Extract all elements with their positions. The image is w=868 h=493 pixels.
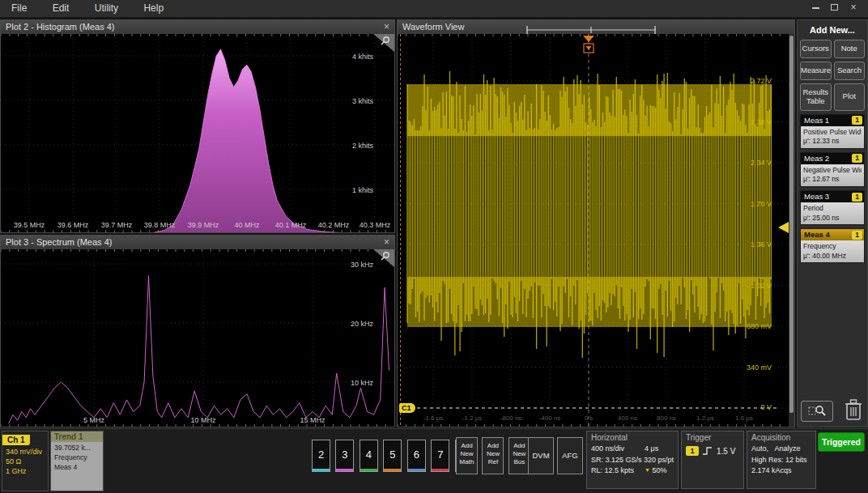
channel-5-button[interactable]: 5 <box>383 440 402 472</box>
menu-utility[interactable]: Utility <box>95 0 118 14</box>
zoom-tool-button[interactable] <box>801 401 833 422</box>
wave-v-label: 340 mV <box>747 363 772 372</box>
channel-7-number: 7 <box>437 448 443 461</box>
spec-y-tick: 30 kHz <box>351 261 373 269</box>
histogram-close-icon[interactable]: × <box>384 20 389 34</box>
menu-file[interactable]: File <box>11 0 27 14</box>
horizontal-position: ▼ 50% <box>645 465 666 477</box>
wave-t-label: -400 ns <box>539 414 561 422</box>
trigger-panel[interactable]: Trigger 1 1.5 V <box>681 431 744 489</box>
triggered-status-button[interactable]: Triggered <box>818 432 865 452</box>
plot-button[interactable]: Plot <box>834 83 866 111</box>
channel-1-bandwidth: 1 GHz <box>2 465 48 475</box>
channel-6-button[interactable]: 6 <box>407 440 426 472</box>
meas-4-card[interactable]: Meas 4 1 Frequency μ': 40.00 MHz <box>800 228 865 263</box>
wave-t-label: 800 ns <box>657 414 676 422</box>
spec-x-tick: 15 MHz <box>300 416 325 424</box>
waveform-chart <box>398 34 789 427</box>
channel-4-button[interactable]: 4 <box>360 440 378 472</box>
acquisition-panel[interactable]: Acquisition Auto, Analyze High Res: 12 b… <box>747 431 816 489</box>
meas-1-card[interactable]: Meas 1 1 Positive Pulse Width μ': 12.33 … <box>800 114 865 149</box>
horizontal-panel[interactable]: Horizontal 400 ns/div4 μs SR: 3.125 GS/s… <box>586 431 679 489</box>
add-new-buttons: Add New Math Add New Ref Add New Bus <box>456 437 531 474</box>
horizontal-scale: 400 ns/div <box>591 444 645 455</box>
spectrum-plot-area[interactable]: 5 MHz 10 MHz 15 MHz 30 kHz 20 kHz 10 kHz <box>1 249 394 427</box>
meas-3-label: Period <box>803 204 862 214</box>
channel-2-button[interactable]: 2 <box>312 440 330 472</box>
menu-edit[interactable]: Edit <box>53 0 70 14</box>
meas-3-value: μ': 25.00 ns <box>803 214 862 223</box>
waveform-title-bar[interactable]: Waveform View <box>398 20 794 34</box>
channel-1-scale: 340 mV/div <box>2 446 48 456</box>
add-new-bus-button[interactable]: Add New Bus <box>508 437 530 474</box>
acq-count: 2.174 kAcqs <box>751 465 811 477</box>
meas-2-label: Negative Pulse Width <box>803 166 862 176</box>
wave-t-label: -800 ns <box>500 414 522 422</box>
channel-3-button[interactable]: 3 <box>335 440 354 472</box>
channel-1-badge[interactable]: Ch 1 340 mV/div 50 Ω 1 GHz <box>2 431 49 491</box>
histogram-title-bar[interactable]: Plot 2 - Histogram (Meas 4) × <box>1 20 394 34</box>
minimize-button[interactable] <box>807 2 823 15</box>
waveform-view-panel: Waveform View 2.72 V 2.38 V 2.04 V 1.70 … <box>397 19 795 427</box>
meas-4-name: Meas 4 <box>804 230 830 239</box>
note-button[interactable]: Note <box>834 40 866 58</box>
meas-1-name: Meas 1 <box>804 116 829 125</box>
window-close-button[interactable]: × <box>845 2 862 15</box>
meas-3-card[interactable]: Meas 3 1 Period μ': 25.00 ns <box>800 190 865 225</box>
spectrum-zoom-corner-icon[interactable] <box>373 249 394 267</box>
waveform-vertical-scrollbar[interactable] <box>789 34 794 427</box>
trigger-position-arrow-icon <box>583 36 594 42</box>
channel-7-button[interactable]: 7 <box>431 440 449 472</box>
meas-3-name: Meas 3 <box>804 192 829 201</box>
hist-x-tick: 40 MHz <box>234 221 259 229</box>
histogram-plot-panel: Plot 2 - Histogram (Meas 4) × 39.5 MHz 3… <box>0 19 395 233</box>
spec-x-tick: 10 MHz <box>190 416 215 424</box>
position-marker-icon: ▼ <box>645 467 650 473</box>
spectrum-title-bar[interactable]: Plot 3 - Spectrum (Meas 4) × <box>1 236 394 249</box>
meas-2-header[interactable]: Meas 2 1 <box>801 153 864 164</box>
spectrum-close-icon[interactable]: × <box>384 236 389 249</box>
menu-help[interactable]: Help <box>143 0 164 14</box>
wave-t-label: -1.2 μs <box>462 414 483 422</box>
spectrum-plot-panel: Plot 3 - Spectrum (Meas 4) × 5 MHz 10 MH… <box>0 235 395 427</box>
acq-mode: Auto, <box>751 444 768 453</box>
oscilloscope-app: File Edit Utility Help × Plot 2 - Histog… <box>0 0 868 493</box>
rising-edge-icon <box>702 445 713 457</box>
measure-button[interactable]: Measure <box>800 62 832 80</box>
histogram-zoom-corner-icon[interactable] <box>373 34 394 52</box>
add-new-math-button[interactable]: Add New Math <box>456 437 478 474</box>
histogram-plot-area[interactable]: 39.5 MHz 39.6 MHz 39.7 MHz 39.8 MHz 39.9… <box>1 34 394 232</box>
cursors-button[interactable]: Cursors <box>800 40 832 58</box>
meas-4-source-badge: 1 <box>852 231 862 240</box>
hist-x-tick: 40.3 MHz <box>360 221 391 229</box>
meas-3-header[interactable]: Meas 3 1 <box>801 191 864 202</box>
wave-t-label: 1.6 μs <box>735 414 753 422</box>
search-button[interactable]: Search <box>834 62 865 80</box>
wave-v-label: 1.36 V <box>751 240 772 249</box>
waveform-plot-area[interactable]: 2.72 V 2.38 V 2.04 V 1.70 V 1.36 V 1.02 … <box>398 34 794 427</box>
hist-y-tick: 3 khits <box>352 97 373 105</box>
meas-4-header[interactable]: Meas 4 1 <box>801 229 864 240</box>
meas-2-value: μ': 12.67 ns <box>803 175 862 185</box>
bottom-toolbar: Ch 1 340 mV/div 50 Ω 1 GHz Trend 1 39.70… <box>0 428 868 493</box>
afg-button[interactable]: AFG <box>557 437 583 474</box>
trash-button[interactable] <box>843 397 864 422</box>
channel-4-number: 4 <box>366 448 372 461</box>
results-table-button[interactable]: Results Table <box>800 83 832 111</box>
add-new-ref-button[interactable]: Add New Ref <box>482 437 504 474</box>
trend-1-badge[interactable]: Trend 1 39.7052 k... Frequency Meas 4 <box>50 431 104 491</box>
maximize-button[interactable] <box>827 2 843 15</box>
channel1-ground-badge[interactable]: C1 <box>399 403 415 413</box>
acq-resolution: High Res: 12 bits <box>751 455 811 466</box>
spectrum-chart <box>1 249 394 427</box>
meas-4-value: μ': 40.00 MHz <box>803 252 862 261</box>
waveform-title: Waveform View <box>402 22 464 32</box>
dvm-button[interactable]: DVM <box>528 437 554 474</box>
menu-bar: File Edit Utility Help × <box>0 0 868 18</box>
trigger-level: 1.5 V <box>717 447 735 456</box>
meas-2-card[interactable]: Meas 2 1 Negative Pulse Width μ': 12.67 … <box>800 152 865 187</box>
wave-t-label: -1.6 μs <box>423 414 444 422</box>
meas-1-header[interactable]: Meas 1 1 <box>801 115 864 126</box>
spec-x-tick: 5 MHz <box>83 416 104 424</box>
wave-t-label: 0 s <box>585 414 594 422</box>
